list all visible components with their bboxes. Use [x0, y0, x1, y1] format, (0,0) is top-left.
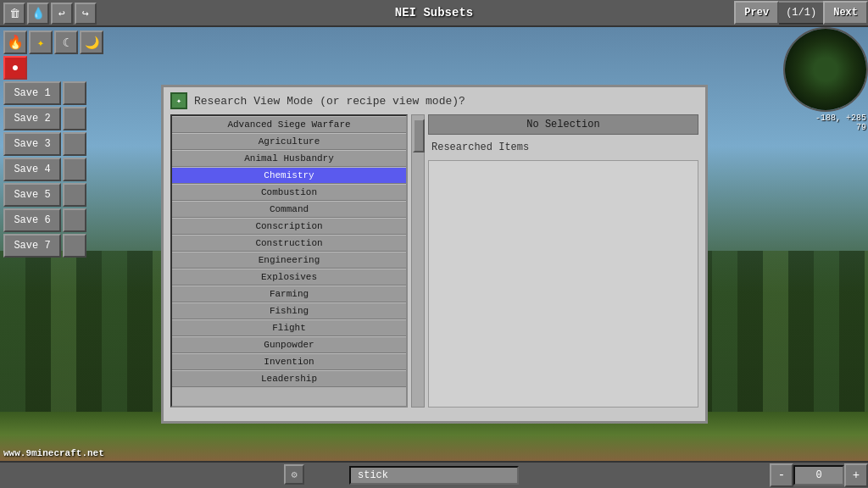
- list-item[interactable]: Conscription: [172, 218, 406, 235]
- save-row-3: Save 3: [3, 132, 120, 156]
- search-input[interactable]: [349, 466, 519, 485]
- water-icon[interactable]: 💧: [27, 3, 49, 25]
- nav-buttons: Prev (1/1) Next: [734, 0, 868, 25]
- list-item[interactable]: Command: [172, 201, 406, 218]
- red-dot-icon[interactable]: ●: [3, 56, 27, 80]
- fire-icon[interactable]: 🔥: [3, 30, 27, 54]
- search-icon: ⚙: [284, 464, 304, 485]
- minus-button[interactable]: -: [770, 463, 793, 487]
- list-item[interactable]: Flight: [172, 319, 406, 336]
- save-1-button[interactable]: Save 1: [3, 81, 61, 105]
- list-item-chemistry[interactable]: Chemistry: [172, 167, 406, 184]
- mini-map: [783, 27, 868, 112]
- save-extra-6[interactable]: [63, 208, 86, 232]
- top-icons: 🗑 💧 ↩ ↪: [0, 0, 100, 27]
- scrollbar-thumb[interactable]: [413, 119, 425, 152]
- toolbar-icon-row2: ●: [3, 56, 120, 80]
- researched-label: Researched Items: [428, 138, 698, 157]
- list-item[interactable]: Leadership: [172, 370, 406, 387]
- redo-icon[interactable]: ↪: [75, 3, 97, 25]
- right-content-area: [428, 160, 698, 408]
- list-item[interactable]: Farming: [172, 286, 406, 302]
- toolbar-icon-row: 🔥 ✦ ☾ 🌙: [3, 30, 120, 54]
- coordinates: -188, +285 79: [815, 114, 866, 132]
- save-row-5: Save 5: [3, 183, 120, 207]
- list-item[interactable]: Advanced Siege Warfare: [172, 116, 406, 133]
- save-extra-7[interactable]: [63, 234, 86, 258]
- undo-icon[interactable]: ↩: [51, 3, 73, 25]
- save-extra-3[interactable]: [63, 132, 86, 156]
- top-bar: 🗑 💧 ↩ ↪ NEI Subsets Prev (1/1) Next: [0, 0, 868, 27]
- left-toolbar: 🔥 ✦ ☾ 🌙 ● Save 1 Save 2 Save 3 Save 4 Sa…: [0, 27, 123, 261]
- list-item[interactable]: Combustion: [172, 184, 406, 201]
- quantity-display: 0: [793, 465, 844, 485]
- moon-icon[interactable]: ☾: [54, 30, 78, 54]
- list-item[interactable]: Agriculture: [172, 133, 406, 150]
- bottom-bar: ⚙ - 0 +: [0, 461, 868, 488]
- dialog-title: Research View Mode (or recipe view mode)…: [194, 95, 465, 108]
- save-3-button[interactable]: Save 3: [3, 132, 61, 156]
- page-indicator: (1/1): [779, 1, 823, 25]
- nei-dialog: ✦ Research View Mode (or recipe view mod…: [161, 85, 708, 424]
- selection-bar: No Selection: [428, 114, 698, 135]
- plus-button[interactable]: +: [844, 463, 868, 487]
- right-panel: No Selection Researched Items: [428, 114, 698, 408]
- dialog-icon: ✦: [170, 92, 187, 109]
- save-extra-2[interactable]: [63, 107, 86, 130]
- next-button[interactable]: Next: [823, 1, 868, 25]
- list-item[interactable]: Invention: [172, 353, 406, 370]
- save-4-button[interactable]: Save 4: [3, 158, 61, 181]
- list-item[interactable]: Gunpowder: [172, 336, 406, 353]
- crescent-icon[interactable]: 🌙: [80, 30, 103, 54]
- prev-button[interactable]: Prev: [734, 1, 779, 25]
- save-row-1: Save 1: [3, 81, 120, 105]
- plus-icon[interactable]: ✦: [29, 30, 53, 54]
- list-item[interactable]: Fishing: [172, 302, 406, 319]
- dialog-header: ✦ Research View Mode (or recipe view mod…: [164, 87, 705, 114]
- bottom-right: - 0 +: [770, 463, 868, 488]
- scrollbar[interactable]: [411, 114, 425, 408]
- list-item[interactable]: Animal Husbandry: [172, 150, 406, 167]
- save-extra-1[interactable]: [63, 81, 86, 105]
- list-item[interactable]: Engineering: [172, 252, 406, 269]
- save-2-button[interactable]: Save 2: [3, 107, 61, 130]
- mini-map-inner: [785, 29, 866, 110]
- save-5-button[interactable]: Save 5: [3, 183, 61, 207]
- window-title: NEI Subsets: [395, 6, 473, 19]
- save-row-2: Save 2: [3, 107, 120, 130]
- watermark: www.9minecraft.net: [3, 448, 104, 458]
- list-item-construction[interactable]: Construction: [172, 235, 406, 252]
- list-item[interactable]: Explosives: [172, 269, 406, 286]
- trash-icon[interactable]: 🗑: [3, 3, 25, 25]
- category-list[interactable]: Advanced Siege Warfare Agriculture Anima…: [170, 114, 408, 408]
- save-row-4: Save 4: [3, 158, 120, 181]
- save-row-7: Save 7: [3, 234, 120, 258]
- dialog-body: Advanced Siege Warfare Agriculture Anima…: [170, 114, 698, 408]
- save-row-6: Save 6: [3, 208, 120, 232]
- save-extra-5[interactable]: [63, 183, 86, 207]
- save-7-button[interactable]: Save 7: [3, 234, 61, 258]
- save-6-button[interactable]: Save 6: [3, 208, 61, 232]
- save-extra-4[interactable]: [63, 158, 86, 181]
